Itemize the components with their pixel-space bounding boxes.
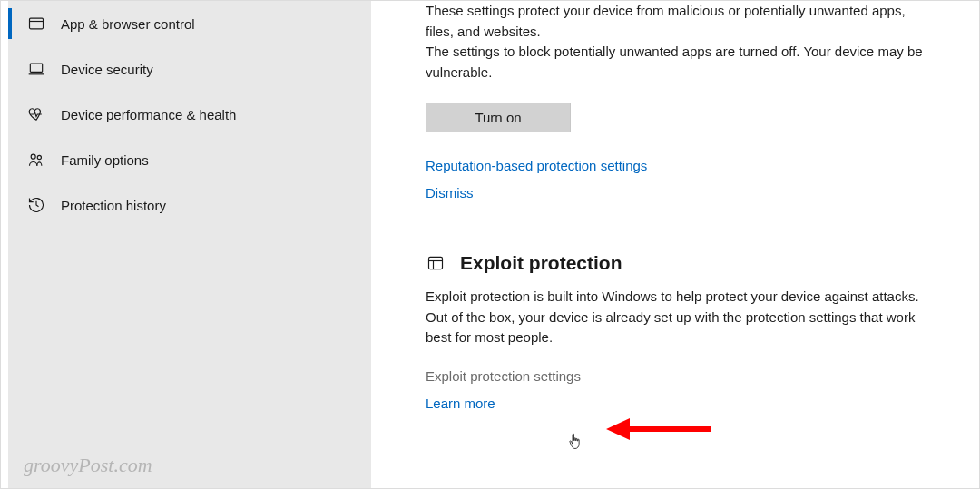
svg-rect-6 [429,257,443,269]
sidebar-item-family-options[interactable]: Family options [8,137,371,182]
learn-more-link[interactable]: Learn more [426,396,495,411]
svg-point-4 [31,154,35,159]
sidebar-item-app-browser-control[interactable]: App & browser control [8,1,371,46]
sidebar-item-device-performance-health[interactable]: Device performance & health [8,92,371,137]
watermark: groovyPost.com [24,454,152,477]
exploit-protection-heading: Exploit protection [426,252,925,274]
sidebar-item-label: Device security [61,62,153,77]
exploit-protection-desc: Exploit protection is built into Windows… [426,287,925,348]
svg-rect-0 [30,18,44,29]
main-content: These settings protect your device from … [371,1,979,488]
history-icon [26,195,46,215]
svg-rect-2 [30,64,42,72]
svg-point-5 [37,155,41,159]
exploit-protection-title: Exploit protection [460,252,622,274]
sidebar-item-label: App & browser control [61,16,195,32]
window-icon [26,14,46,34]
reputation-settings-link[interactable]: Reputation-based protection settings [426,158,647,173]
family-icon [26,150,46,170]
sidebar: App & browser control Device security De… [8,1,371,488]
dismiss-link[interactable]: Dismiss [426,185,474,200]
heart-pulse-icon [26,104,46,124]
sidebar-item-device-security[interactable]: Device security [8,46,371,92]
reputation-description: These settings protect your device from … [426,1,925,83]
sidebar-item-label: Protection history [61,198,166,213]
sidebar-item-protection-history[interactable]: Protection history [8,182,371,228]
exploit-protection-icon [426,253,446,273]
reputation-desc-line1: These settings protect your device from … [426,1,925,42]
turn-on-button[interactable]: Turn on [426,103,571,132]
reputation-desc-line2: The settings to block potentially unwant… [426,42,925,83]
sidebar-item-label: Family options [61,152,149,168]
sidebar-item-label: Device performance & health [61,107,236,122]
laptop-icon [26,59,46,79]
exploit-protection-settings-link[interactable]: Exploit protection settings [426,368,581,384]
